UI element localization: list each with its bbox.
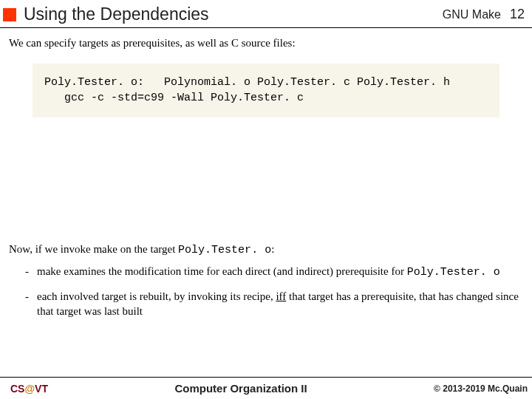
bullet-iff: iff [276,290,286,302]
code-content: Poly.Tester. o: Polynomial. o Poly.Teste… [44,75,488,106]
footer-left: CS@VT [10,383,48,395]
list-item: make examines the modification time for … [25,264,523,280]
intro-text: We can specify targets as prerequisites,… [9,35,523,50]
now-text: Now, if we invoke make on the target Pol… [9,243,523,256]
list-item: each involved target is rebuilt, by invo… [25,289,523,319]
footer-vt: VT [35,383,48,395]
header: Using the Dependencies GNU Make 12 [0,0,532,27]
footer: CS@VT Computer Organization II © 2013-20… [0,377,532,399]
footer-at: @ [24,383,35,395]
footer-center: Computer Organization II [48,382,434,395]
bullet-text: make examines the modification time for … [37,265,407,277]
doc-name: GNU Make [443,8,501,21]
slide: Using the Dependencies GNU Make 12 We ca… [0,0,532,399]
slide-title: Using the Dependencies [24,4,443,24]
now-prefix: Now, if we invoke make on the target [9,243,178,255]
now-paragraph: Now, if we invoke make on the target Pol… [9,243,523,319]
slide-number: 12 [510,7,525,22]
code-block: Poly.Tester. o: Polynomial. o Poly.Teste… [33,64,499,117]
now-target: Poly.Tester. o [178,244,271,256]
footer-row: CS@VT Computer Organization II © 2013-20… [0,378,532,399]
body: We can specify targets as prerequisites,… [0,28,532,319]
bullet-mono: Poly.Tester. o [407,266,500,279]
now-suffix: : [271,243,274,255]
title-bullet-icon [3,8,16,21]
footer-right: © 2013-2019 Mc.Quain [434,383,528,394]
bullet-text: each involved target is rebuilt, by invo… [37,290,276,302]
bullet-list: make examines the modification time for … [25,264,523,319]
footer-cs: CS [10,383,24,395]
